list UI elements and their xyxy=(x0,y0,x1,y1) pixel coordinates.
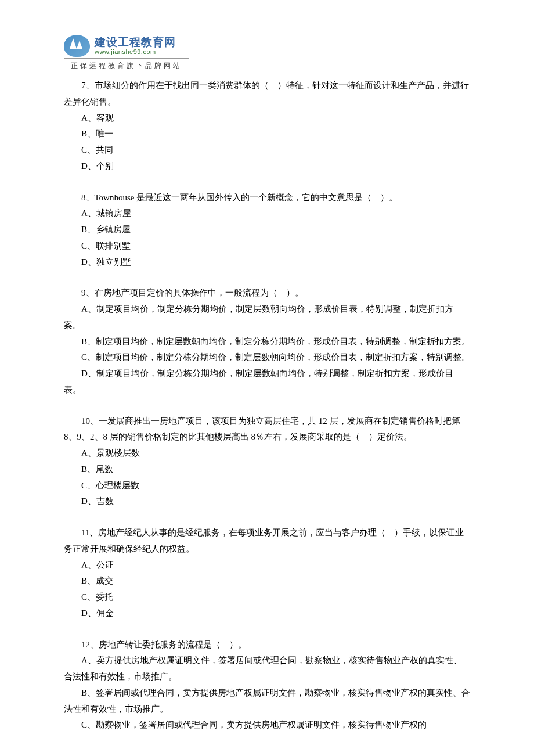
question-12: 12、房地产转让委托服务的流程是（ ）。 A、卖方提供房地产权属证明文件，签署居… xyxy=(64,637,470,734)
option-b: B、尾数 xyxy=(64,462,470,478)
option-b: B、唯一 xyxy=(64,126,470,142)
question-8: 8、Townhouse 是最近这一两年从国外传入的一个新概念，它的中文意思是（ … xyxy=(64,190,470,271)
option-c: C、联排别墅 xyxy=(64,238,470,254)
logo-icon xyxy=(64,35,90,57)
option-b: B、签署居间或代理合同，卖方提供房地产权属证明文件，勘察物业，核实待售物业产权的… xyxy=(64,685,470,718)
option-a: A、卖方提供房地产权属证明文件，签署居间或代理合同，勘察物业，核实待售物业产权的… xyxy=(64,653,470,685)
option-c: C、心理楼层数 xyxy=(64,478,470,494)
option-d: D、吉数 xyxy=(64,494,470,510)
option-d: D、制定项目均价，制定分栋分期均价，制定层数朝向均价，特别调整，制定折扣方案，形… xyxy=(64,366,470,398)
option-c: C、制定项目均价，制定分栋分期均价，制定层数朝向均价，形成价目表，制定折扣方案，… xyxy=(64,350,470,366)
option-c: C、委托 xyxy=(64,589,470,606)
option-b: B、制定项目均价，制定层数朝向均价，制定分栋分期均价，形成价目表，特别调整，制定… xyxy=(64,334,470,350)
question-text: 12、房地产转让委托服务的流程是（ ）。 xyxy=(64,637,470,653)
question-text: 9、在房地产项目定价的具体操作中，一般流程为（ ）。 xyxy=(64,285,470,301)
option-b: B、乡镇房屋 xyxy=(64,222,470,238)
option-a: A、制定项目均价，制定分栋分期均价，制定层数朝向均价，形成价目表，特别调整，制定… xyxy=(64,301,470,334)
logo-text: 建设工程教育网 www.jianshe99.com xyxy=(95,37,176,56)
option-a: A、景观楼层数 xyxy=(64,445,470,462)
option-b: B、成交 xyxy=(64,573,470,589)
option-c: C、共同 xyxy=(64,142,470,159)
site-logo: 建设工程教育网 www.jianshe99.com 正保远程教育旗下品牌网站 xyxy=(64,35,470,73)
question-text: 8、Townhouse 是最近这一两年从国外传入的一个新概念，它的中文意思是（ … xyxy=(64,190,470,206)
option-d: D、个别 xyxy=(64,159,470,175)
logo-box: 建设工程教育网 www.jianshe99.com xyxy=(64,35,470,57)
question-9: 9、在房地产项目定价的具体操作中，一般流程为（ ）。 A、制定项目均价，制定分栋… xyxy=(64,285,470,398)
option-a: A、城镇房屋 xyxy=(64,206,470,222)
question-10: 10、一发展商推出一房地产项目，该项目为独立高层住宅，共 12 层，发展商在制定… xyxy=(64,413,470,510)
logo-url: www.jianshe99.com xyxy=(95,48,176,55)
question-text: 11、房地产经纪人从事的是经纪服务，在每项业务开展之前，应当与客户办理（ ）手续… xyxy=(64,525,470,557)
document-content: 7、市场细分的作用在于找出同一类消费群体的（ ）特征，针对这一特征而设计和生产产… xyxy=(64,78,470,733)
question-text: 7、市场细分的作用在于找出同一类消费群体的（ ）特征，针对这一特征而设计和生产产… xyxy=(64,78,470,110)
option-c: C、勘察物业，签署居间或代理合同，卖方提供房地产权属证明文件，核实待售物业产权的 xyxy=(64,717,470,733)
option-d: D、独立别墅 xyxy=(64,254,470,271)
logo-subtitle: 正保远程教育旗下品牌网站 xyxy=(64,58,189,73)
option-d: D、佣金 xyxy=(64,606,470,622)
question-11: 11、房地产经纪人从事的是经纪服务，在每项业务开展之前，应当与客户办理（ ）手续… xyxy=(64,525,470,622)
question-text: 10、一发展商推出一房地产项目，该项目为独立高层住宅，共 12 层，发展商在制定… xyxy=(64,413,470,446)
option-a: A、客观 xyxy=(64,110,470,127)
question-7: 7、市场细分的作用在于找出同一类消费群体的（ ）特征，针对这一特征而设计和生产产… xyxy=(64,78,470,175)
option-a: A、公证 xyxy=(64,557,470,574)
logo-title: 建设工程教育网 xyxy=(95,37,176,49)
